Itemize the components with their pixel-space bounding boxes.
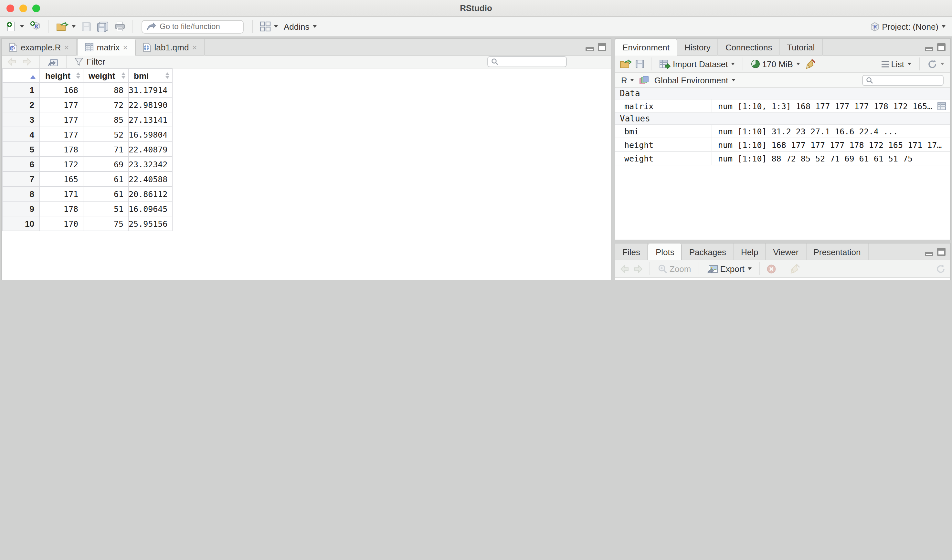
previous-plot-button[interactable] [620,264,629,273]
tab-packages[interactable]: Packages [682,244,734,260]
export-plot-button[interactable]: Export [706,262,753,275]
environment-tabbar: EnvironmentHistoryConnectionsTutorial [615,39,950,56]
close-tab-icon[interactable]: × [123,43,128,51]
environment-object-row[interactable]: heightnum [1:10] 168 177 177 177 178 172… [615,138,950,152]
r-doc-icon: R [9,42,17,52]
plots-tab-label: Help [741,247,759,257]
remove-plot-button[interactable] [767,264,776,273]
close-tab-icon[interactable]: × [192,43,197,51]
environment-section-title: Values [620,114,650,123]
zoom-window-button[interactable] [32,5,40,12]
clear-plots-button[interactable] [790,264,800,274]
sort-toggle-icon[interactable] [122,73,125,79]
column-header-bmi[interactable]: bmi [128,69,172,82]
zoom-magnifier-icon [658,264,668,273]
print-button[interactable] [113,20,127,33]
plots-tab-label: Viewer [773,247,799,257]
data-cell: 16.09645 [128,201,172,216]
filter-button[interactable]: Filter [74,57,105,66]
environment-search-box[interactable] [862,75,944,86]
forward-button[interactable] [22,57,32,66]
list-view-button[interactable]: List [879,58,913,70]
view-in-grid-icon[interactable] [937,102,946,110]
memory-usage-button[interactable]: 170 MiB [750,58,801,70]
save-all-icon [97,21,108,32]
environment-search-input[interactable] [876,76,940,84]
column-header-weight[interactable]: weight [83,69,128,82]
environment-object-row[interactable]: matrixnum [1:10, 1:3] 168 177 177 177 17… [615,99,950,113]
row-number-column-header[interactable] [2,69,40,82]
maximize-pane-icon[interactable] [937,248,946,256]
save-workspace-button[interactable] [635,59,644,68]
tab-help[interactable]: Help [734,244,766,260]
close-tab-icon[interactable]: × [64,43,69,51]
tab-connections[interactable]: Connections [719,39,780,56]
project-menu-button[interactable]: R Project: (None) [868,20,947,33]
environment-selector[interactable]: Global Environment [653,74,736,86]
sort-ascending-icon [30,75,36,79]
column-header-height[interactable]: height [40,69,83,82]
load-workspace-button[interactable] [620,59,631,69]
traffic-lights [6,5,40,12]
minimize-pane-icon[interactable] [586,47,594,51]
environment-object-row[interactable]: bminum [1:10] 31.2 23 27.1 16.6 22.4 ... [615,125,950,138]
tab-history[interactable]: History [677,39,719,56]
tab-lab1-qmd[interactable]: lab1.qmd× [135,39,204,56]
source-tabbar: Rexample.R×matrix×lab1.qmd× [2,39,611,56]
workspace-panes-button[interactable] [258,20,279,33]
goto-file-box[interactable] [142,20,244,33]
data-cell: 22.98190 [128,97,172,112]
environment-object-row[interactable]: weightnum [1:10] 88 72 85 52 71 69 61 61… [615,152,950,165]
object-name: weight [615,152,712,165]
addins-button[interactable]: Addins [283,20,318,32]
tab-environment[interactable]: Environment [615,39,677,56]
new-project-button[interactable]: R [28,19,43,34]
sort-toggle-icon[interactable] [165,73,169,79]
sort-toggle-icon[interactable] [76,73,80,79]
save-all-button[interactable] [96,20,110,33]
language-selector[interactable]: R [620,74,636,86]
refresh-environment-button[interactable] [926,58,946,70]
save-button[interactable] [80,20,93,32]
object-value-text: num [1:10, 1:3] 168 177 177 177 178 172 … [718,101,937,111]
table-row: 51787122.40879 [2,142,172,157]
minimize-window-button[interactable] [19,5,27,12]
minimize-pane-icon[interactable] [925,252,933,256]
minimize-pane-icon[interactable] [925,47,933,51]
table-row: 21777222.98190 [2,97,172,112]
export-plot-label: Export [720,264,744,273]
tab-example-r[interactable]: Rexample.R× [2,39,77,56]
sort-down-icon [122,76,125,79]
popout-window-button[interactable] [48,57,58,66]
import-dataset-button[interactable]: Import Dataset [658,58,736,70]
refresh-icon [927,59,937,69]
maximize-pane-icon[interactable] [937,43,946,51]
qmd-icon [142,42,151,52]
tab-matrix[interactable]: matrix× [77,39,135,56]
open-file-dropdown-icon [72,25,76,28]
column-header-label: height [45,71,70,80]
viewer-search-box[interactable] [487,56,567,67]
tab-files[interactable]: Files [615,244,648,260]
zoom-plot-button[interactable]: Zoom [657,262,692,275]
new-file-button[interactable] [5,19,25,34]
tab-viewer[interactable]: Viewer [766,244,806,260]
maximize-pane-icon[interactable] [598,43,606,51]
tab-presentation[interactable]: Presentation [806,244,868,260]
viewer-search-input[interactable] [501,58,563,66]
plots-tabbar: FilesPlotsPackagesHelpViewerPresentation [615,244,950,260]
close-window-button[interactable] [6,5,14,12]
back-button[interactable] [7,57,17,66]
refresh-plots-button[interactable] [936,264,946,273]
data-cell: 178 [40,142,83,157]
toolbar-separator [66,55,66,68]
goto-file-input[interactable] [160,22,238,31]
open-file-button[interactable] [55,20,77,33]
tab-plots[interactable]: Plots [648,244,682,260]
next-plot-button[interactable] [634,264,643,273]
clear-environment-button[interactable] [805,59,816,69]
tab-tutorial[interactable]: Tutorial [780,39,822,56]
window-title: RStudio [0,3,952,13]
data-cell: 22.40879 [128,142,172,157]
right-column: EnvironmentHistoryConnectionsTutorial Im… [615,38,951,280]
